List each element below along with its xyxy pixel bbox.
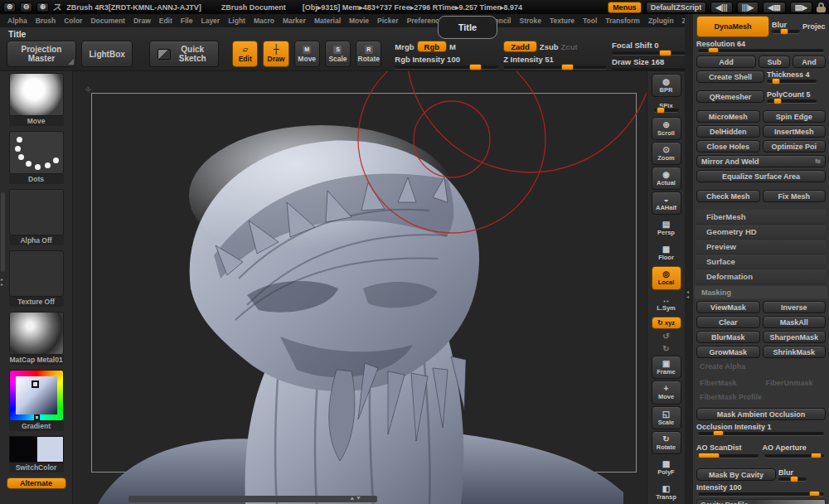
menu-document[interactable]: Document xyxy=(88,16,128,26)
menu-light[interactable]: Light xyxy=(225,16,248,26)
slider-handle[interactable] xyxy=(772,78,780,85)
color-gradient-picker[interactable] xyxy=(9,370,64,421)
m-mode-label[interactable]: M xyxy=(449,42,456,51)
rotate-y-button[interactable]: ↺ xyxy=(652,331,681,342)
menu-draw[interactable]: Draw xyxy=(131,16,153,26)
dynamesh-project-label[interactable]: Projec xyxy=(802,22,826,31)
check-mesh-button[interactable]: Check Mesh xyxy=(696,190,760,202)
zsub-mode-label[interactable]: Zsub xyxy=(540,42,559,51)
menu-zplugin[interactable]: Zplugin xyxy=(646,16,676,26)
menu-macro[interactable]: Macro xyxy=(251,16,277,26)
xyz-rotate-button[interactable]: ↻ xyz xyxy=(652,317,681,330)
ao-aperture-slider[interactable] xyxy=(764,454,825,458)
brush-thumbnail[interactable] xyxy=(9,73,64,116)
shrinkmask-button[interactable]: ShrinkMask xyxy=(763,346,827,358)
move-3d-button[interactable]: + Move xyxy=(652,380,681,404)
dynamesh-button[interactable]: DynaMesh xyxy=(696,16,769,37)
sharpenmask-button[interactable]: SharpenMask xyxy=(763,331,827,343)
slider-handle[interactable] xyxy=(561,64,574,70)
spin-edge-button[interactable]: Spin Edge xyxy=(763,110,827,123)
close-holes-button[interactable]: Close Holes xyxy=(696,140,760,153)
stroke-thumbnail[interactable] xyxy=(9,131,64,174)
tray-scroll-left-button[interactable]: ◀||| xyxy=(710,2,732,13)
scale-3d-button[interactable]: ◱ Scale xyxy=(652,406,681,429)
texture-thumbnail[interactable] xyxy=(9,250,64,297)
alternate-button[interactable]: Alternate xyxy=(7,477,66,489)
mask-by-cavity-button[interactable]: Mask By Cavity xyxy=(696,468,776,481)
left-tray-toggle-icon[interactable]: ▸▸ xyxy=(1,277,3,287)
persp-button[interactable]: ▤ Persp xyxy=(652,216,681,240)
quick-sketch-button[interactable]: Quick Sketch xyxy=(149,41,219,67)
growmask-button[interactable]: GrowMask xyxy=(696,346,760,358)
cavity-intensity-slider[interactable] xyxy=(698,492,824,496)
prev-document-button[interactable]: ◀▤ xyxy=(763,2,785,13)
menu-layer[interactable]: Layer xyxy=(198,16,222,26)
sv-handle[interactable] xyxy=(32,380,39,388)
masking-section-header[interactable]: Masking xyxy=(695,286,827,298)
current-alpha[interactable]: Alpha Off xyxy=(9,189,64,245)
hue-handle[interactable] xyxy=(34,414,40,420)
menu-material[interactable]: Material xyxy=(312,16,343,26)
thickness-slider[interactable] xyxy=(767,80,817,83)
menu-edit[interactable]: Edit xyxy=(157,16,175,26)
color-picker[interactable]: Gradient xyxy=(9,370,64,431)
slider-handle[interactable] xyxy=(773,98,782,104)
spix-control[interactable]: SPix xyxy=(652,99,681,114)
menu-tool[interactable]: Tool xyxy=(580,16,599,26)
menu-picker[interactable]: Picker xyxy=(375,16,401,26)
ao-scandist-slider[interactable] xyxy=(698,454,759,458)
slider-handle[interactable] xyxy=(811,453,822,458)
mask-ambient-occlusion-button[interactable]: Mask Ambient Occlusion xyxy=(696,408,826,420)
current-material[interactable]: MatCap Metal01 xyxy=(9,312,64,365)
floor-button[interactable]: ▦ Floor xyxy=(652,241,681,264)
switchcolor-label[interactable]: SwitchColor xyxy=(9,463,64,472)
polyframe-button[interactable]: ▩ PolyF xyxy=(652,456,681,479)
menus-toggle-button[interactable]: Menus xyxy=(608,2,642,13)
right-tray-toggle-icon[interactable]: ◂◂ xyxy=(686,289,689,299)
preview-section-header[interactable]: Preview xyxy=(696,240,826,254)
scale-mode-button[interactable]: S Scale xyxy=(325,41,351,67)
optimize-points-button[interactable]: Optimize Poi xyxy=(763,140,827,153)
delhidden-button[interactable]: DelHidden xyxy=(696,125,760,138)
slider-handle[interactable] xyxy=(809,491,820,497)
slider-handle[interactable] xyxy=(708,47,719,53)
fibermesh-section-header[interactable]: FiberMesh xyxy=(696,210,826,225)
resolution-slider[interactable] xyxy=(698,49,824,52)
aahalf-button[interactable]: ◒ AAHalf xyxy=(652,191,681,215)
rotate-mode-button[interactable]: R Rotate xyxy=(356,41,381,67)
rotate-z-button[interactable]: ↻ xyxy=(652,343,681,354)
polycount-slider[interactable] xyxy=(767,99,817,103)
z-intensity-slider[interactable] xyxy=(503,65,607,69)
dynamesh-blur-slider[interactable] xyxy=(772,30,800,33)
menu-color[interactable]: Color xyxy=(61,16,85,26)
deformation-section-header[interactable]: Deformation xyxy=(696,269,826,284)
slider-handle[interactable] xyxy=(659,50,671,56)
blurmask-button[interactable]: BlurMask xyxy=(696,331,760,343)
lock-icon[interactable] xyxy=(817,2,826,12)
scroll-button[interactable]: ⊕ Scroll xyxy=(652,117,681,140)
menu-movie[interactable]: Movie xyxy=(347,16,371,26)
insertmesh-button[interactable]: InsertMesh xyxy=(763,125,827,138)
slider-handle[interactable] xyxy=(469,64,482,70)
current-texture[interactable]: Texture Off xyxy=(9,250,64,307)
menu-file[interactable]: File xyxy=(178,16,196,26)
cavity-profile-curve[interactable]: Cavity Profile xyxy=(696,499,826,504)
zoom-button[interactable]: ⊙ Zoom xyxy=(652,142,681,165)
frame-button[interactable]: ▣ Frame xyxy=(652,356,681,379)
bottom-tray-divider[interactable]: ▲▼ xyxy=(128,496,377,502)
cavity-blur-slider[interactable] xyxy=(778,477,807,481)
current-brush[interactable]: Move xyxy=(9,73,64,126)
viewmask-button[interactable]: ViewMask xyxy=(696,301,760,313)
draw-mode-button[interactable]: ┼ Draw xyxy=(263,41,288,67)
slider-handle[interactable] xyxy=(790,476,798,482)
menu-brush[interactable]: Brush xyxy=(33,16,59,26)
rgb-mode-button[interactable]: Rgb xyxy=(417,41,447,52)
dynamesh-add-button[interactable]: Add xyxy=(696,56,756,68)
slider-handle[interactable] xyxy=(698,453,720,458)
menu-transform[interactable]: Transform xyxy=(603,16,642,26)
fix-mesh-button[interactable]: Fix Mesh xyxy=(763,190,827,202)
alpha-thumbnail[interactable] xyxy=(9,189,64,235)
left-tray-divider[interactable] xyxy=(1,192,5,272)
local-button[interactable]: ◎ Local xyxy=(652,266,681,289)
menu-stroke[interactable]: Stroke xyxy=(516,16,543,26)
